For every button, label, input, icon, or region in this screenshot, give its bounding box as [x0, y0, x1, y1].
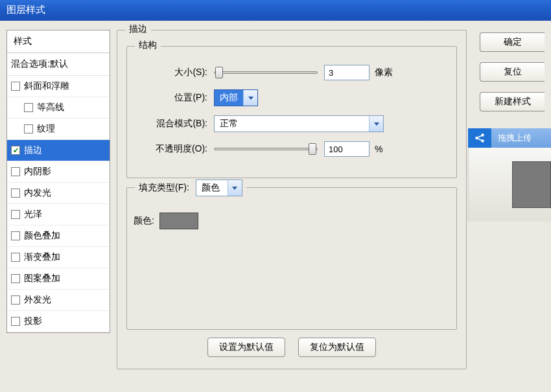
chevron-down-icon[interactable] — [369, 116, 383, 132]
titlebar: 图层样式 — [0, 0, 551, 21]
checkbox[interactable] — [11, 253, 20, 262]
checkbox[interactable] — [11, 317, 20, 326]
checkbox[interactable] — [11, 167, 20, 176]
style-item-label: 渐变叠加 — [24, 251, 60, 263]
chevron-down-icon[interactable] — [228, 180, 242, 196]
opacity-slider[interactable] — [214, 143, 318, 155]
size-slider[interactable] — [214, 67, 318, 78]
checkbox[interactable]: ✔ — [11, 146, 20, 155]
item-bevel-emboss[interactable]: 斜面和浮雕 — [7, 76, 110, 97]
checkbox[interactable] — [11, 189, 20, 198]
checkbox[interactable] — [24, 124, 33, 133]
reset-button[interactable]: 复位 — [480, 62, 545, 82]
fill-type-value: 颜色 — [196, 182, 228, 194]
checkbox[interactable] — [11, 295, 20, 305]
fill-type-fieldset: 填充类型(F): 颜色 颜色: — [126, 187, 457, 330]
style-item-label: 内阴影 — [24, 166, 51, 178]
position-value: 内部 — [215, 92, 243, 104]
float-panel-header[interactable]: 拖拽上传 — [468, 128, 551, 148]
opacity-label: 不透明度(O): — [136, 143, 214, 155]
size-input[interactable] — [324, 65, 369, 80]
float-panel-label: 拖拽上传 — [491, 132, 532, 144]
item-texture[interactable]: 纹理 — [7, 119, 110, 140]
ok-button[interactable]: 确定 — [480, 32, 545, 52]
styles-header[interactable]: 样式 — [7, 30, 110, 53]
item-contour[interactable]: 等高线 — [7, 97, 110, 119]
svg-point-1 — [481, 133, 484, 137]
preview-box — [468, 148, 551, 222]
structure-fieldset: 结构 大小(S): 像素 位置(P): 内部 — [126, 46, 457, 178]
styles-list: 样式 混合选项:默认 斜面和浮雕等高线纹理✔描边内阴影内发光光泽颜色叠加渐变叠加… — [6, 30, 110, 333]
style-item-label: 纹理 — [37, 123, 55, 135]
size-unit: 像素 — [375, 67, 393, 78]
item-outer-glow[interactable]: 外发光 — [7, 290, 110, 311]
svg-point-2 — [481, 139, 484, 143]
style-item-label: 斜面和浮雕 — [24, 80, 69, 92]
item-inner-glow[interactable]: 内发光 — [7, 183, 110, 204]
reset-default-button[interactable]: 复位为默认值 — [298, 338, 376, 357]
style-item-label: 内发光 — [24, 187, 51, 199]
item-gradient-overlay[interactable]: 渐变叠加 — [7, 247, 110, 268]
checkbox[interactable] — [11, 82, 20, 91]
item-pattern-overlay[interactable]: 图案叠加 — [7, 268, 110, 290]
blend-options-row[interactable]: 混合选项:默认 — [7, 53, 110, 76]
set-default-button[interactable]: 设置为默认值 — [207, 338, 285, 357]
blend-mode-value: 正常 — [215, 118, 369, 130]
opacity-unit: % — [375, 144, 382, 154]
checkbox[interactable] — [11, 274, 20, 283]
position-label: 位置(P): — [136, 92, 214, 104]
item-color-overlay[interactable]: 颜色叠加 — [7, 225, 110, 247]
checkbox[interactable] — [11, 231, 20, 240]
position-select[interactable]: 内部 — [214, 89, 258, 106]
structure-legend: 结构 — [135, 40, 161, 51]
stroke-legend: 描边 — [125, 23, 151, 35]
dialog-title: 图层样式 — [6, 4, 45, 15]
style-item-label: 投影 — [24, 316, 42, 327]
style-item-label: 光泽 — [24, 209, 42, 220]
svg-point-0 — [475, 137, 478, 140]
checkbox[interactable] — [11, 210, 20, 219]
share-icon — [468, 128, 491, 148]
float-panel: 拖拽上传 — [468, 128, 551, 222]
stroke-color-swatch[interactable] — [159, 213, 198, 229]
opacity-input[interactable] — [324, 141, 369, 157]
blend-mode-select[interactable]: 正常 — [214, 115, 384, 132]
item-inner-shadow[interactable]: 内阴影 — [7, 161, 110, 183]
size-label: 大小(S): — [136, 67, 214, 78]
preview-swatch — [512, 161, 551, 208]
item-satin[interactable]: 光泽 — [7, 204, 110, 225]
style-item-label: 描边 — [24, 144, 42, 156]
blend-mode-label: 混合模式(B): — [136, 118, 214, 130]
item-stroke[interactable]: ✔描边 — [7, 140, 110, 161]
stroke-fieldset: 描边 结构 大小(S): 像素 位置(P): 内部 — [117, 30, 467, 369]
style-item-label: 图案叠加 — [24, 273, 60, 284]
style-item-label: 外发光 — [24, 294, 51, 306]
chevron-down-icon[interactable] — [243, 90, 257, 106]
checkbox[interactable] — [24, 103, 33, 112]
new-style-button[interactable]: 新建样式 — [480, 92, 545, 111]
item-drop-shadow[interactable]: 投影 — [7, 311, 110, 332]
fill-type-select[interactable]: 颜色 — [196, 179, 242, 196]
fill-type-legend: 填充类型(F): — [139, 182, 189, 194]
color-label: 颜色: — [134, 215, 154, 227]
style-item-label: 颜色叠加 — [24, 230, 60, 242]
style-item-label: 等高线 — [37, 102, 64, 113]
